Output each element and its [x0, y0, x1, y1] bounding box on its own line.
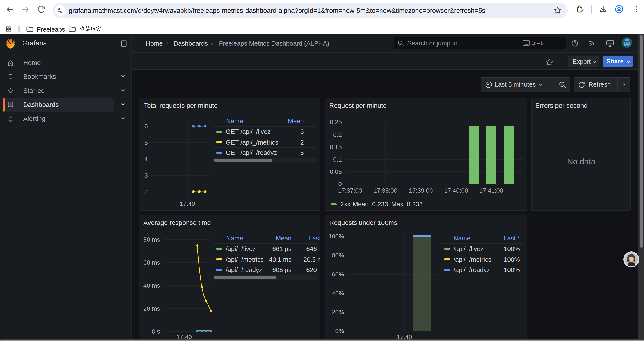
svg-text:17:40:00: 17:40:00: [444, 187, 468, 194]
svg-text:40 ms: 40 ms: [143, 282, 160, 289]
svg-text:0%: 0%: [335, 327, 344, 334]
svg-text:20 ms: 20 ms: [143, 305, 160, 312]
svg-text:6: 6: [144, 123, 148, 130]
svg-text:17:41:00: 17:41:00: [480, 187, 503, 194]
svg-text:0.1: 0.1: [333, 156, 342, 163]
svg-text:20%: 20%: [332, 309, 344, 315]
svg-text:0.2: 0.2: [333, 131, 342, 138]
svg-text:60%: 60%: [332, 271, 344, 278]
svg-text:0.15: 0.15: [330, 144, 342, 151]
svg-text:60 ms: 60 ms: [143, 259, 160, 266]
svg-text:40%: 40%: [332, 290, 344, 297]
svg-text:0.05: 0.05: [330, 168, 342, 175]
svg-text:0: 0: [338, 181, 342, 187]
svg-text:2: 2: [144, 188, 148, 195]
svg-text:4: 4: [144, 156, 148, 163]
svg-text:0 s: 0 s: [152, 328, 160, 335]
svg-text:17:37:00: 17:37:00: [338, 187, 362, 194]
svg-text:17:40: 17:40: [176, 333, 192, 339]
svg-text:17:40: 17:40: [397, 333, 412, 339]
svg-text:3: 3: [144, 172, 148, 179]
svg-text:100%: 100%: [328, 233, 344, 240]
svg-text:17:38:00: 17:38:00: [374, 187, 398, 194]
svg-text:5: 5: [144, 139, 148, 146]
svg-text:80 ms: 80 ms: [143, 236, 160, 243]
svg-text:17:40: 17:40: [180, 200, 195, 207]
svg-text:80%: 80%: [332, 252, 344, 259]
svg-text:17:39:00: 17:39:00: [409, 187, 433, 194]
svg-text:0.25: 0.25: [330, 119, 342, 126]
